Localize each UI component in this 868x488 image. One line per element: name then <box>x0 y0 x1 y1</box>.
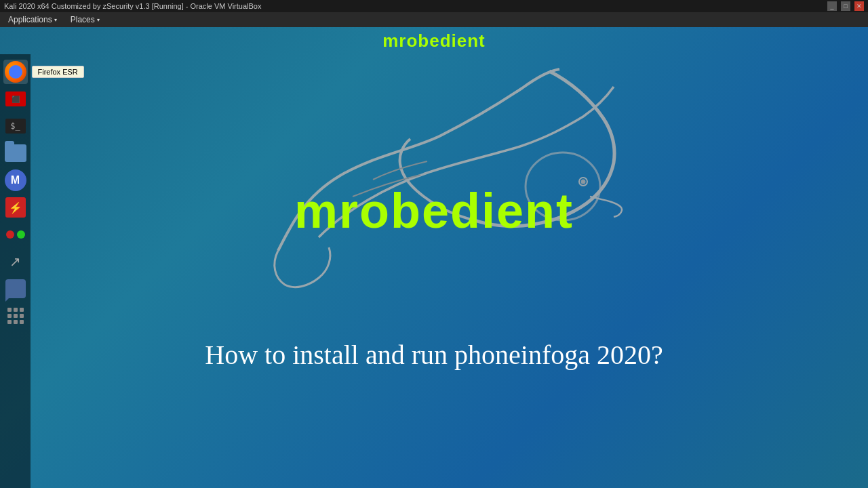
places-menu[interactable]: Places ▾ <box>65 14 105 26</box>
grid-dot-7 <box>7 320 12 324</box>
grid-dot-5 <box>14 314 18 318</box>
dock-item-firefox[interactable]: Firefox ESR <box>3 60 28 84</box>
firefox-icon <box>5 61 26 83</box>
grid-dot-3 <box>20 308 24 312</box>
subtitle-text: How to install and run phoneinfoga 2020? <box>0 339 868 371</box>
grid-dot-9 <box>20 320 24 324</box>
subtitle-label: How to install and run phoneinfoga 2020? <box>205 340 663 370</box>
dots-icon <box>5 228 26 241</box>
dock-item-terminal2[interactable]: $_ <box>3 114 28 138</box>
dock-item-terminal[interactable]: ⬛ <box>3 87 28 111</box>
applications-arrow: ▾ <box>54 17 57 23</box>
kali-dragon-svg <box>237 61 631 291</box>
dock-item-dots[interactable] <box>3 222 28 247</box>
folder-icon <box>5 144 26 162</box>
burpsuite-icon: ⚡ <box>5 197 26 218</box>
desktop: mrobedient <box>0 27 868 488</box>
center-text: mrobedient <box>0 183 868 239</box>
maximize-button[interactable]: □ <box>841 1 850 11</box>
grid-dot-2 <box>14 308 18 312</box>
dock-item-chat[interactable] <box>3 277 28 301</box>
grid-dot-4 <box>7 314 12 318</box>
sidebar-dock: Firefox ESR ⬛ $_ M ⚡ <box>0 54 31 488</box>
menu-bar: Applications ▾ Places ▾ <box>0 12 868 27</box>
terminal-icon: ⬛ <box>5 92 26 106</box>
arrow-icon: ↗ <box>5 251 26 272</box>
close-button[interactable]: ✕ <box>854 1 864 11</box>
kali-logo <box>136 68 732 285</box>
grid-dot-1 <box>7 308 12 312</box>
firefox-tooltip: Firefox ESR <box>32 66 84 78</box>
channel-name-main: mrobedient <box>294 184 574 238</box>
title-bar-text: Kali 2020 x64 Customized by zSecurity v1… <box>4 2 827 10</box>
dock-item-arrow[interactable]: ↗ <box>3 249 28 274</box>
dock-item-files[interactable] <box>3 141 28 165</box>
title-bar: Kali 2020 x64 Customized by zSecurity v1… <box>0 0 868 12</box>
dot-green <box>17 230 25 239</box>
places-arrow: ▾ <box>97 17 100 23</box>
channel-header: mrobedient <box>0 27 868 54</box>
grid-icon <box>6 306 25 325</box>
dollar-icon: $_ <box>5 119 26 134</box>
grid-dot-6 <box>20 314 24 318</box>
channel-name-top: mrobedient <box>382 30 486 52</box>
title-bar-controls: _ □ ✕ <box>827 1 864 11</box>
dot-red <box>6 230 14 239</box>
metasploit-icon: M <box>5 169 26 191</box>
dock-item-burpsuite[interactable]: ⚡ <box>3 195 28 220</box>
minimize-button[interactable]: _ <box>827 1 837 11</box>
grid-dot-8 <box>14 320 18 324</box>
applications-menu[interactable]: Applications ▾ <box>3 14 62 26</box>
chat-icon <box>5 279 26 298</box>
dock-item-grid[interactable] <box>3 304 28 328</box>
dock-item-metasploit[interactable]: M <box>3 168 28 192</box>
